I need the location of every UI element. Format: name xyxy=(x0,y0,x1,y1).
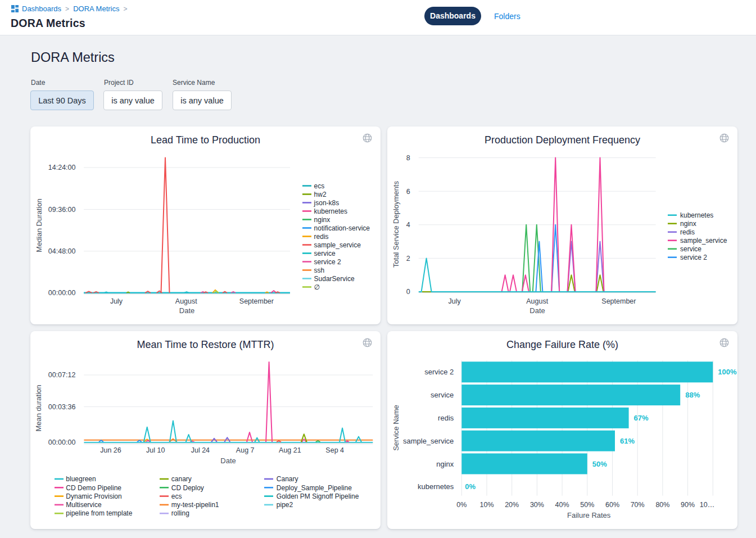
svg-text:61%: 61% xyxy=(620,437,635,445)
svg-text:kubernetes: kubernetes xyxy=(314,207,347,215)
svg-text:14:24:00: 14:24:00 xyxy=(48,164,76,171)
svg-text:Jul 10: Jul 10 xyxy=(146,446,165,454)
svg-text:Change Failure Rate (%): Change Failure Rate (%) xyxy=(506,339,618,350)
svg-text:Service Name: Service Name xyxy=(392,405,400,451)
svg-text:CD Demo Pipeline: CD Demo Pipeline xyxy=(66,484,121,492)
svg-text:6: 6 xyxy=(406,188,410,196)
svg-text:nginx: nginx xyxy=(436,460,454,468)
svg-text:Mean duration: Mean duration xyxy=(34,385,43,431)
svg-text:Date: Date xyxy=(529,306,545,315)
svg-text:hw2: hw2 xyxy=(314,191,327,198)
svg-text:00:00:00: 00:00:00 xyxy=(48,438,76,446)
svg-text:Mean Time to Restore (MTTR): Mean Time to Restore (MTTR) xyxy=(137,339,274,350)
svg-text:July: July xyxy=(110,297,123,305)
svg-text:Failure Rates: Failure Rates xyxy=(567,511,611,519)
svg-text:00:00:00: 00:00:00 xyxy=(48,289,76,297)
svg-text:20%: 20% xyxy=(505,501,519,509)
svg-text:nginx: nginx xyxy=(680,220,696,228)
svg-text:Aug 7: Aug 7 xyxy=(236,446,255,454)
svg-text:sample_service: sample_service xyxy=(314,241,361,249)
svg-text:∅: ∅ xyxy=(314,283,320,291)
svg-text:Date: Date xyxy=(179,306,194,315)
svg-text:Total Service Deployments: Total Service Deployments xyxy=(392,181,400,268)
svg-text:pipe2: pipe2 xyxy=(277,501,293,509)
svg-text:Jul 24: Jul 24 xyxy=(191,446,210,454)
svg-text:CD Deploy: CD Deploy xyxy=(171,484,204,492)
svg-text:10%: 10% xyxy=(479,501,494,509)
svg-text:nginx: nginx xyxy=(314,216,331,224)
svg-text:Sep 4: Sep 4 xyxy=(325,446,344,454)
svg-text:0%: 0% xyxy=(456,501,467,509)
svg-text:00:07:12: 00:07:12 xyxy=(48,371,76,379)
svg-text:kubernetes: kubernetes xyxy=(418,482,454,491)
svg-text:40%: 40% xyxy=(555,501,569,509)
svg-text:100%: 100% xyxy=(718,368,737,376)
svg-text:Median Duration: Median Duration xyxy=(35,198,43,252)
svg-text:ssh: ssh xyxy=(314,266,325,274)
svg-text:kubernetes: kubernetes xyxy=(680,211,713,219)
svg-text:rolling: rolling xyxy=(171,509,189,517)
svg-text:60%: 60% xyxy=(605,501,619,509)
svg-text:service: service xyxy=(680,245,701,253)
svg-text:July: July xyxy=(449,297,461,305)
svg-text:bluegreen: bluegreen xyxy=(66,475,96,483)
svg-text:September: September xyxy=(601,297,636,305)
svg-text:json-k8s: json-k8s xyxy=(314,199,339,207)
svg-text:ecs: ecs xyxy=(314,182,325,190)
svg-text:canary: canary xyxy=(171,475,192,483)
svg-text:0%: 0% xyxy=(465,482,476,491)
svg-text:Jun 26: Jun 26 xyxy=(100,446,121,454)
svg-text:50%: 50% xyxy=(592,460,607,468)
svg-text:Dynamic Provision: Dynamic Provision xyxy=(66,492,121,500)
svg-text:pipeline from template: pipeline from template xyxy=(66,509,132,517)
svg-text:August: August xyxy=(526,297,548,305)
svg-text:sample_service: sample_service xyxy=(680,237,727,245)
svg-text:service 2: service 2 xyxy=(680,254,707,261)
svg-text:Aug 21: Aug 21 xyxy=(279,446,301,454)
svg-text:10…: 10… xyxy=(700,501,714,509)
svg-text:service 2: service 2 xyxy=(424,368,454,376)
svg-text:September: September xyxy=(239,297,274,305)
svg-text:notification-service: notification-service xyxy=(314,224,370,232)
svg-text:Multiservice: Multiservice xyxy=(66,501,102,509)
svg-text:88%: 88% xyxy=(685,391,700,399)
svg-text:04:48:00: 04:48:00 xyxy=(48,247,76,255)
svg-text:my-test-pipelin1: my-test-pipelin1 xyxy=(171,501,219,509)
svg-text:Lead Time to Production: Lead Time to Production xyxy=(151,134,260,146)
svg-text:0: 0 xyxy=(406,288,410,296)
svg-text:2: 2 xyxy=(406,255,410,263)
svg-text:ecs: ecs xyxy=(171,492,182,500)
svg-text:30%: 30% xyxy=(530,501,544,509)
svg-text:70%: 70% xyxy=(631,501,645,509)
svg-text:redis: redis xyxy=(314,233,329,241)
svg-text:redis: redis xyxy=(438,414,454,422)
svg-text:Deploy_Sample_Pipeline: Deploy_Sample_Pipeline xyxy=(277,484,352,492)
svg-text:SudarService: SudarService xyxy=(314,275,355,283)
svg-text:service: service xyxy=(314,250,336,257)
svg-text:August: August xyxy=(175,297,197,305)
svg-text:50%: 50% xyxy=(580,501,594,509)
svg-text:90%: 90% xyxy=(681,501,695,509)
svg-text:67%: 67% xyxy=(634,414,649,422)
svg-text:sample_service: sample_service xyxy=(403,437,454,445)
svg-text:4: 4 xyxy=(406,221,410,229)
svg-text:Date: Date xyxy=(220,456,236,465)
svg-text:Golden PM Signoff Pipeline: Golden PM Signoff Pipeline xyxy=(277,492,359,500)
svg-text:Production Deployment Frequenc: Production Deployment Frequency xyxy=(485,134,640,146)
svg-text:8: 8 xyxy=(406,154,410,162)
svg-text:09:36:00: 09:36:00 xyxy=(48,206,76,214)
svg-text:00:03:36: 00:03:36 xyxy=(48,403,76,411)
svg-text:service: service xyxy=(431,391,454,399)
svg-text:service 2: service 2 xyxy=(314,258,341,266)
svg-text:80%: 80% xyxy=(655,501,669,509)
svg-text:redis: redis xyxy=(680,228,695,236)
svg-text:Canary: Canary xyxy=(277,475,298,483)
